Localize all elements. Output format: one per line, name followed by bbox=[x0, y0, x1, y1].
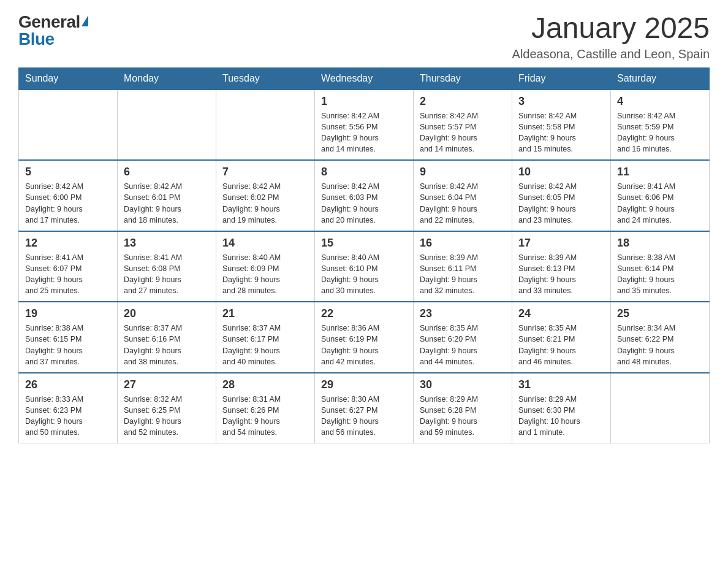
day-number: 15 bbox=[321, 237, 407, 250]
day-info: Sunrise: 8:36 AM Sunset: 6:19 PM Dayligh… bbox=[321, 323, 407, 367]
day-number: 6 bbox=[124, 166, 210, 178]
calendar-week-row: 12Sunrise: 8:41 AM Sunset: 6:07 PM Dayli… bbox=[19, 231, 710, 302]
day-info: Sunrise: 8:35 AM Sunset: 6:20 PM Dayligh… bbox=[420, 323, 506, 367]
page-header: General Blue January 2025 Aldeasona, Cas… bbox=[18, 12, 710, 61]
day-info: Sunrise: 8:42 AM Sunset: 6:04 PM Dayligh… bbox=[420, 181, 506, 226]
day-number: 28 bbox=[222, 378, 308, 391]
col-header-tuesday: Tuesday bbox=[216, 67, 315, 90]
day-info: Sunrise: 8:42 AM Sunset: 6:03 PM Dayligh… bbox=[321, 181, 407, 226]
day-number: 22 bbox=[321, 307, 407, 320]
calendar-cell: 3Sunrise: 8:42 AM Sunset: 5:58 PM Daylig… bbox=[512, 90, 611, 161]
calendar-cell: 31Sunrise: 8:29 AM Sunset: 6:30 PM Dayli… bbox=[512, 373, 611, 443]
day-number: 13 bbox=[124, 237, 210, 250]
day-info: Sunrise: 8:31 AM Sunset: 6:26 PM Dayligh… bbox=[222, 394, 308, 439]
day-number: 17 bbox=[518, 237, 604, 250]
calendar-cell: 19Sunrise: 8:38 AM Sunset: 6:15 PM Dayli… bbox=[19, 302, 118, 373]
day-info: Sunrise: 8:41 AM Sunset: 6:08 PM Dayligh… bbox=[124, 252, 210, 297]
day-info: Sunrise: 8:40 AM Sunset: 6:09 PM Dayligh… bbox=[222, 252, 308, 297]
calendar-cell: 23Sunrise: 8:35 AM Sunset: 6:20 PM Dayli… bbox=[414, 302, 512, 373]
day-number: 19 bbox=[25, 307, 111, 320]
day-info: Sunrise: 8:39 AM Sunset: 6:11 PM Dayligh… bbox=[420, 252, 506, 297]
month-title: January 2025 bbox=[512, 12, 710, 45]
day-info: Sunrise: 8:41 AM Sunset: 6:06 PM Dayligh… bbox=[617, 181, 703, 226]
day-number: 24 bbox=[518, 307, 604, 320]
col-header-thursday: Thursday bbox=[414, 67, 512, 90]
calendar-cell: 30Sunrise: 8:29 AM Sunset: 6:28 PM Dayli… bbox=[414, 373, 512, 443]
day-info: Sunrise: 8:32 AM Sunset: 6:25 PM Dayligh… bbox=[124, 394, 210, 439]
day-info: Sunrise: 8:42 AM Sunset: 5:57 PM Dayligh… bbox=[420, 110, 506, 155]
location-subtitle: Aldeasona, Castille and Leon, Spain bbox=[512, 47, 710, 61]
calendar-week-row: 19Sunrise: 8:38 AM Sunset: 6:15 PM Dayli… bbox=[19, 302, 710, 373]
col-header-wednesday: Wednesday bbox=[315, 67, 414, 90]
calendar-cell: 12Sunrise: 8:41 AM Sunset: 6:07 PM Dayli… bbox=[19, 231, 118, 302]
day-number: 21 bbox=[222, 307, 308, 320]
day-info: Sunrise: 8:42 AM Sunset: 6:02 PM Dayligh… bbox=[222, 181, 308, 226]
title-area: January 2025 Aldeasona, Castille and Leo… bbox=[512, 12, 710, 61]
calendar-cell: 21Sunrise: 8:37 AM Sunset: 6:17 PM Dayli… bbox=[216, 302, 315, 373]
day-info: Sunrise: 8:42 AM Sunset: 5:59 PM Dayligh… bbox=[617, 110, 703, 155]
day-info: Sunrise: 8:42 AM Sunset: 6:05 PM Dayligh… bbox=[518, 181, 604, 226]
day-info: Sunrise: 8:38 AM Sunset: 6:15 PM Dayligh… bbox=[25, 323, 111, 367]
day-info: Sunrise: 8:29 AM Sunset: 6:28 PM Dayligh… bbox=[420, 394, 506, 439]
day-info: Sunrise: 8:37 AM Sunset: 6:16 PM Dayligh… bbox=[124, 323, 210, 367]
calendar-cell: 18Sunrise: 8:38 AM Sunset: 6:14 PM Dayli… bbox=[611, 231, 710, 302]
col-header-friday: Friday bbox=[512, 67, 611, 90]
day-number: 3 bbox=[518, 95, 604, 108]
day-number: 11 bbox=[617, 166, 703, 178]
calendar-week-row: 1Sunrise: 8:42 AM Sunset: 5:56 PM Daylig… bbox=[19, 90, 710, 161]
calendar-cell: 20Sunrise: 8:37 AM Sunset: 6:16 PM Dayli… bbox=[118, 302, 216, 373]
day-info: Sunrise: 8:42 AM Sunset: 5:56 PM Dayligh… bbox=[321, 110, 407, 155]
calendar-cell: 16Sunrise: 8:39 AM Sunset: 6:11 PM Dayli… bbox=[414, 231, 512, 302]
day-number: 25 bbox=[617, 307, 703, 320]
calendar-cell: 4Sunrise: 8:42 AM Sunset: 5:59 PM Daylig… bbox=[611, 90, 710, 161]
day-info: Sunrise: 8:35 AM Sunset: 6:21 PM Dayligh… bbox=[518, 323, 604, 367]
calendar-cell bbox=[611, 373, 710, 443]
day-number: 16 bbox=[420, 237, 506, 250]
calendar-week-row: 5Sunrise: 8:42 AM Sunset: 6:00 PM Daylig… bbox=[19, 160, 710, 231]
calendar-cell: 14Sunrise: 8:40 AM Sunset: 6:09 PM Dayli… bbox=[216, 231, 315, 302]
day-number: 10 bbox=[518, 166, 604, 178]
day-info: Sunrise: 8:34 AM Sunset: 6:22 PM Dayligh… bbox=[617, 323, 703, 367]
calendar-cell: 5Sunrise: 8:42 AM Sunset: 6:00 PM Daylig… bbox=[19, 160, 118, 231]
col-header-sunday: Sunday bbox=[19, 67, 118, 90]
day-number: 30 bbox=[420, 378, 506, 391]
calendar-week-row: 26Sunrise: 8:33 AM Sunset: 6:23 PM Dayli… bbox=[19, 373, 710, 443]
day-info: Sunrise: 8:41 AM Sunset: 6:07 PM Dayligh… bbox=[25, 252, 111, 297]
calendar-cell: 15Sunrise: 8:40 AM Sunset: 6:10 PM Dayli… bbox=[315, 231, 414, 302]
calendar-cell: 27Sunrise: 8:32 AM Sunset: 6:25 PM Dayli… bbox=[118, 373, 216, 443]
logo: General Blue bbox=[18, 12, 88, 49]
calendar-cell: 28Sunrise: 8:31 AM Sunset: 6:26 PM Dayli… bbox=[216, 373, 315, 443]
col-header-monday: Monday bbox=[118, 67, 216, 90]
day-number: 18 bbox=[617, 237, 703, 250]
day-number: 29 bbox=[321, 378, 407, 391]
day-number: 12 bbox=[25, 237, 111, 250]
calendar-cell: 13Sunrise: 8:41 AM Sunset: 6:08 PM Dayli… bbox=[118, 231, 216, 302]
logo-text-blue: Blue bbox=[18, 29, 55, 49]
day-info: Sunrise: 8:37 AM Sunset: 6:17 PM Dayligh… bbox=[222, 323, 308, 367]
day-number: 8 bbox=[321, 166, 407, 178]
calendar-header-row: SundayMondayTuesdayWednesdayThursdayFrid… bbox=[19, 67, 710, 90]
day-info: Sunrise: 8:40 AM Sunset: 6:10 PM Dayligh… bbox=[321, 252, 407, 297]
calendar-cell: 2Sunrise: 8:42 AM Sunset: 5:57 PM Daylig… bbox=[414, 90, 512, 161]
calendar-cell: 17Sunrise: 8:39 AM Sunset: 6:13 PM Dayli… bbox=[512, 231, 611, 302]
day-number: 2 bbox=[420, 95, 506, 108]
day-number: 7 bbox=[222, 166, 308, 178]
day-info: Sunrise: 8:39 AM Sunset: 6:13 PM Dayligh… bbox=[518, 252, 604, 297]
day-number: 1 bbox=[321, 95, 407, 108]
calendar-cell: 1Sunrise: 8:42 AM Sunset: 5:56 PM Daylig… bbox=[315, 90, 414, 161]
day-number: 14 bbox=[222, 237, 308, 250]
calendar-cell: 22Sunrise: 8:36 AM Sunset: 6:19 PM Dayli… bbox=[315, 302, 414, 373]
day-info: Sunrise: 8:29 AM Sunset: 6:30 PM Dayligh… bbox=[518, 394, 604, 439]
day-info: Sunrise: 8:42 AM Sunset: 6:01 PM Dayligh… bbox=[124, 181, 210, 226]
day-info: Sunrise: 8:38 AM Sunset: 6:14 PM Dayligh… bbox=[617, 252, 703, 297]
calendar-cell bbox=[118, 90, 216, 161]
calendar-cell: 25Sunrise: 8:34 AM Sunset: 6:22 PM Dayli… bbox=[611, 302, 710, 373]
calendar-cell: 11Sunrise: 8:41 AM Sunset: 6:06 PM Dayli… bbox=[611, 160, 710, 231]
day-number: 5 bbox=[25, 166, 111, 178]
day-number: 27 bbox=[124, 378, 210, 391]
calendar-cell bbox=[216, 90, 315, 161]
logo-triangle-icon bbox=[82, 15, 88, 26]
day-number: 20 bbox=[124, 307, 210, 320]
calendar-cell: 10Sunrise: 8:42 AM Sunset: 6:05 PM Dayli… bbox=[512, 160, 611, 231]
day-info: Sunrise: 8:33 AM Sunset: 6:23 PM Dayligh… bbox=[25, 394, 111, 439]
